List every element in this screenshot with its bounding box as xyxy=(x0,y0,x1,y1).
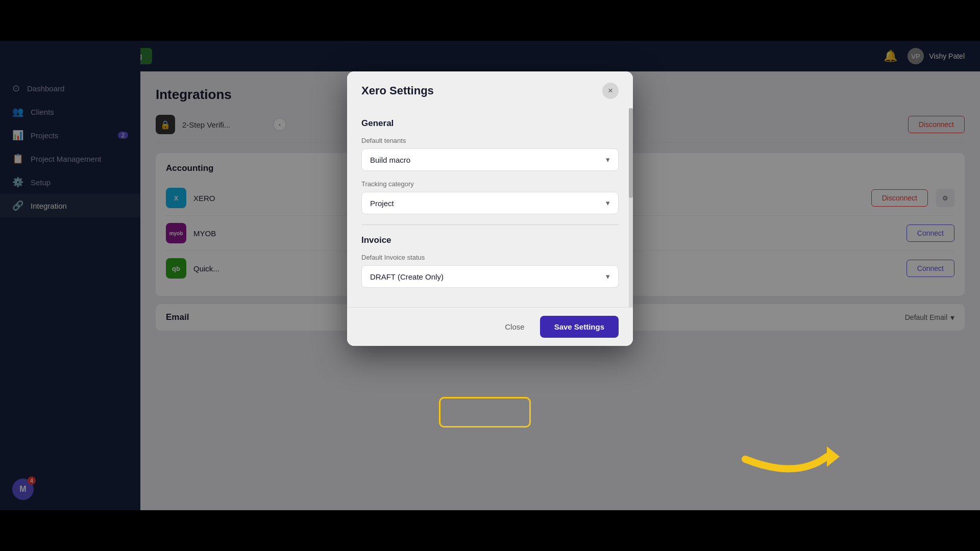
default-tenants-select[interactable]: Build macro ▾ xyxy=(361,148,619,171)
close-icon: × xyxy=(608,86,613,96)
scrollbar-track[interactable] xyxy=(629,108,633,307)
invoice-status-value: DRAFT (Create Only) xyxy=(370,272,444,281)
invoice-section-title: Invoice xyxy=(361,235,619,245)
modal-scroll-content: General Default tenants Build macro ▾ Tr… xyxy=(347,108,633,307)
tracking-category-select[interactable]: Project ▾ xyxy=(361,192,619,214)
scrollbar-thumb[interactable] xyxy=(629,108,633,198)
modal-footer: Close Save Settings xyxy=(347,307,633,346)
save-settings-button[interactable]: Save Settings xyxy=(540,316,619,338)
tracking-chevron-icon: ▾ xyxy=(606,198,610,208)
general-section-title: General xyxy=(361,118,619,129)
tracking-category-value: Project xyxy=(370,199,394,208)
tracking-category-group: Tracking category Project ▾ xyxy=(361,180,619,214)
invoice-status-group: Default Invoice status DRAFT (Create Onl… xyxy=(361,254,619,288)
default-tenants-group: Default tenants Build macro ▾ xyxy=(361,137,619,171)
invoice-chevron-icon: ▾ xyxy=(606,272,610,281)
modal-divider xyxy=(361,224,619,225)
default-tenants-label: Default tenants xyxy=(361,137,619,144)
modal-header: Xero Settings × xyxy=(347,71,633,108)
tenants-chevron-icon: ▾ xyxy=(606,155,610,164)
xero-settings-modal: Xero Settings × General Default tenants … xyxy=(347,71,633,346)
modal-title: Xero Settings xyxy=(361,84,434,97)
default-tenants-value: Build macro xyxy=(370,156,410,164)
modal-close-button[interactable]: × xyxy=(602,83,619,99)
invoice-status-select[interactable]: DRAFT (Create Only) ▾ xyxy=(361,265,619,288)
modal-body: General Default tenants Build macro ▾ Tr… xyxy=(347,108,633,307)
tracking-category-label: Tracking category xyxy=(361,180,619,188)
close-modal-button[interactable]: Close xyxy=(497,317,532,336)
invoice-status-label: Default Invoice status xyxy=(361,254,619,261)
